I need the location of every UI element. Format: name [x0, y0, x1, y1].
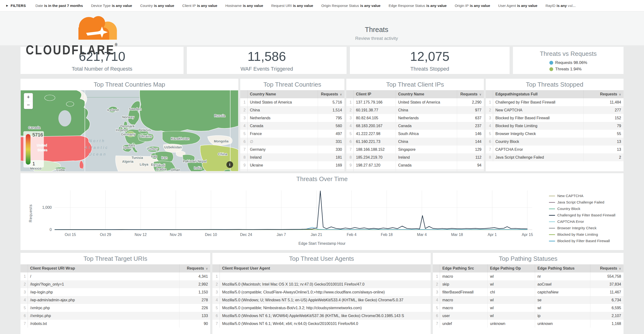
table-row[interactable]: 4macrowlse6,734: [433, 296, 624, 304]
legend-item[interactable]: Java Script Challenge Failed: [549, 200, 616, 204]
table-row[interactable]: 3filterBasedFirewallchlcaptchaNew11,467: [433, 288, 624, 296]
table-row[interactable]: 2New CAPTCHA277: [486, 106, 624, 114]
table-row[interactable]: 5Browser Integrity Check55: [486, 130, 624, 138]
table-cell: /login/?login_only=1: [28, 280, 179, 288]
table-row[interactable]: 8Ireland181: [240, 153, 344, 161]
table-row[interactable]: 4Canada560: [240, 122, 344, 130]
table-row[interactable]: 4Mozilla/5.0 (Windows; U; Windows NT 5.1…: [212, 296, 430, 304]
filter-item[interactable]: Countryis any value: [140, 4, 174, 8]
table-row[interactable]: 2skipwlaoCrawl37,834: [433, 280, 624, 288]
column-header[interactable]: Edge Pathing Status: [535, 264, 590, 272]
table-row[interactable]: 3/wp-login.php1,150: [20, 288, 210, 296]
filter-item[interactable]: Device Typeis any value: [91, 4, 132, 8]
column-header[interactable]: Country Name: [248, 90, 318, 98]
table-row[interactable]: 9Ukraine169: [240, 161, 344, 169]
table-row[interactable]: 10Singapore158: [240, 169, 344, 171]
table-row[interactable]: 5France497: [240, 130, 344, 138]
column-header[interactable]: Requests∨: [457, 90, 484, 98]
column-header[interactable]: Requests∨: [584, 90, 624, 98]
threats-over-time-chart[interactable]: Oct 15Oct 29Nov 12Nov 26Dec 10Dec 24Jan …: [20, 185, 552, 250]
series-line[interactable]: [54, 191, 528, 229]
column-header[interactable]: Requests∨: [179, 264, 210, 272]
column-header[interactable]: Edgepathingstatus Full: [493, 90, 584, 98]
table-row[interactable]: 3Mozilla/5.0 (compatible; CloudFlare-Alw…: [212, 288, 430, 296]
table-row[interactable]: 2China1,514: [240, 106, 344, 114]
legend-item[interactable]: CAPTCHA Error: [549, 219, 616, 224]
kpi-threats-stopped: 12,075 Threats Stopped: [350, 47, 510, 74]
filter-item[interactable]: Origin Response Statusis any value: [321, 4, 380, 8]
table-row[interactable]: 3Netherlands795: [240, 114, 344, 122]
table-row[interactable]: 1United States of America5,716: [240, 98, 344, 106]
table-row[interactable]: 6Country Block13: [486, 138, 624, 146]
table-row[interactable]: 5macrowlwl6,595: [433, 304, 624, 312]
table-row[interactable]: 5/xmlrpc.php226: [20, 304, 210, 312]
filter-item[interactable]: Hostnameis any value: [226, 4, 263, 8]
table-row[interactable]: 9198.27.67.120Canada94: [346, 161, 484, 169]
table-row[interactable]: 7188.166.188.152Singapore129: [346, 146, 484, 153]
table-row[interactable]: 1macrowlnr554,758: [433, 272, 624, 280]
table-row[interactable]: 6∅331: [240, 138, 344, 146]
table-row[interactable]: 7undefunknownunknown1,168: [433, 320, 624, 327]
legend-item[interactable]: Blocked by Filter Based Firewall: [549, 239, 616, 243]
table-row[interactable]: 8Java Script Challenge Failed2: [486, 153, 624, 161]
table-row[interactable]: 1/4,341: [20, 272, 210, 280]
table-row[interactable]: 1Challenged by Filter Based Firewall11,4…: [486, 98, 624, 106]
table-cell: Mozilla/5.0 (compatible; CloudFlare-Alwa…: [220, 288, 430, 296]
filter-item[interactable]: User Agentis any value: [498, 4, 537, 8]
legend-item[interactable]: New CAPTCHA: [549, 194, 616, 198]
table-row[interactable]: 2Mozilla/5.0 (Macintosh; Intel Mac OS X …: [212, 280, 430, 288]
column-header[interactable]: Requests∨: [590, 264, 624, 272]
table-row[interactable]: 1137.175.79.166United States of America2…: [346, 98, 484, 106]
table-row[interactable]: 1: [212, 272, 430, 280]
legend-item[interactable]: Requests 98.06%: [550, 60, 587, 65]
column-header[interactable]: Edge Pathing Src: [440, 264, 488, 272]
x-tick-label: Dec 10: [205, 233, 217, 237]
legend-swatch: [549, 221, 555, 222]
filter-item[interactable]: Client IPis any value: [182, 4, 217, 8]
table-row[interactable]: 6userwlip2,107: [433, 312, 624, 320]
table-row[interactable]: 7CAPTCHA Error13: [486, 146, 624, 153]
legend-item[interactable]: Challenged by Filter Based Firewall: [549, 213, 616, 217]
table-row[interactable]: 2/login/?login_only=12,992: [20, 280, 210, 288]
table-row[interactable]: 5Mozilla/5.0 (compatible; Nimbostratus-B…: [212, 304, 430, 312]
choropleth-map[interactable]: CanadaUnitedStatesMexicoCubaIcelandIrela…: [20, 90, 238, 171]
table-row[interactable]: 468.183.200.167Canada237: [346, 122, 484, 130]
table-row[interactable]: 7Germany330: [240, 146, 344, 153]
zoom-in-button[interactable]: +: [24, 93, 33, 101]
column-header[interactable]: Client Request URI Wrap: [28, 264, 179, 272]
table-row[interactable]: 4/wp-admin/admin-ajax.php278: [20, 296, 210, 304]
filter-item[interactable]: Dateis in the past 7 months: [36, 4, 83, 8]
zoom-out-button[interactable]: −: [24, 101, 33, 109]
legend-item[interactable]: Country Block: [549, 207, 616, 211]
legend-item[interactable]: Blocked by Rate Limiting: [549, 232, 616, 237]
filter-item[interactable]: Request URIis any value: [271, 4, 313, 8]
x-tick-label: Feb 18: [381, 233, 393, 237]
table-row[interactable]: 4Blocked by Rate Limiting79: [486, 122, 624, 130]
world-map[interactable]: CanadaUnitedStatesMexicoCubaIcelandIrela…: [20, 90, 238, 171]
filter-item[interactable]: Origin IPis any value: [455, 4, 490, 8]
column-header[interactable]: Requests∨: [318, 90, 344, 98]
filters-expand-icon[interactable]: ▶: [6, 4, 8, 7]
table-row[interactable]: 6//xmlrpc.php133: [20, 312, 210, 320]
column-header[interactable]: Country Name: [396, 90, 457, 98]
table-row[interactable]: 7/robots.txt90: [20, 320, 210, 327]
table-row[interactable]: 661.160.221.73China144: [346, 138, 484, 146]
column-header[interactable]: Client Request User Agent: [220, 264, 430, 272]
column-header[interactable]: Edge Pathing Op: [488, 264, 535, 272]
row-number: 5: [20, 304, 28, 312]
legend-item[interactable]: Threats 1.94%: [550, 67, 587, 72]
info-icon[interactable]: i: [226, 161, 233, 168]
table-row[interactable]: 260.191.38.77China977: [346, 106, 484, 114]
legend-item[interactable]: Browser Integrity Check: [549, 226, 616, 230]
table-row[interactable]: 7Mozilla/5.0 (Windows NT 6.1; Win64; x64…: [212, 320, 430, 327]
filter-item[interactable]: Edge Response Statusis any value: [388, 4, 447, 8]
column-header[interactable]: Client IP: [354, 90, 396, 98]
table-row[interactable]: 6Mozilla/5.0 (Windows NT 6.1; WOW64) App…: [212, 312, 430, 320]
table-row[interactable]: 1061.160.247.127China88: [346, 169, 484, 171]
table-row[interactable]: 8185.234.219.70Ireland112: [346, 153, 484, 161]
table-row[interactable]: 541.222.227.98South Africa146: [346, 130, 484, 138]
table-row[interactable]: 380.82.64.105Netherlands637: [346, 114, 484, 122]
filter-item[interactable]: RayIDis anyval...: [546, 4, 576, 8]
table-row[interactable]: 3Blocked by Filter Based Firewall152: [486, 114, 624, 122]
filters-toggle[interactable]: FILTERS: [10, 4, 26, 8]
